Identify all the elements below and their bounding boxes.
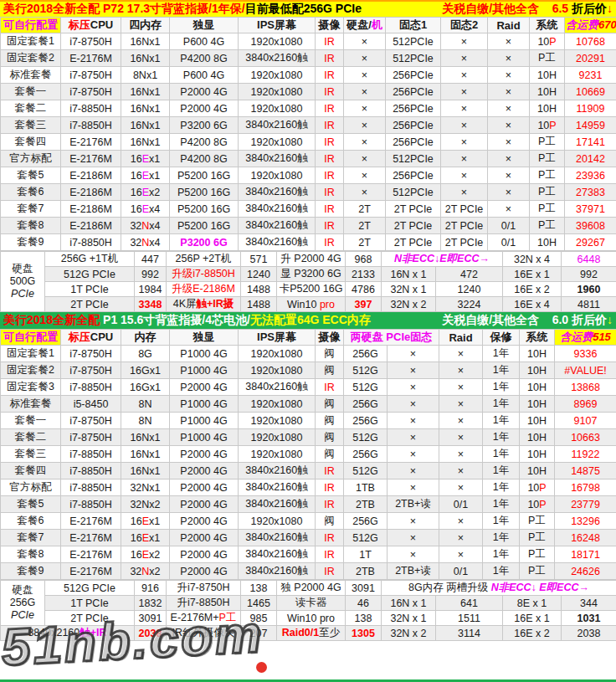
cell: 14959 [565,117,616,134]
cell: 阀 [316,513,344,530]
text-segment: 无法配置64G ECC内存 [250,313,371,326]
cell: × [439,446,483,463]
cell: 3840x2160触 [239,50,316,67]
header-cell: 系统 [530,18,565,33]
cell: 1T PCIe [45,596,135,611]
cell: 37971 [565,201,616,218]
text-segment: 16 [131,170,142,182]
text-segment: 10 [527,482,539,494]
cell: 32N x 2 [382,297,436,312]
cell: 显 P3200 6G [277,267,346,282]
cell: 官方标配 [1,479,61,496]
cell: 16E x 2 [503,626,562,641]
cell: IR [316,530,344,546]
text-segment: 至少 [319,627,340,638]
cell: 1年 [483,496,520,513]
cell: i7-8850H [61,463,121,479]
cell: IR [316,167,344,184]
cell: 3840x2160触 [239,151,316,167]
cell: Raid0/1至少 [277,626,346,641]
cell: IR [316,184,344,201]
cell: i7-8850H [61,379,121,396]
cell: 23936 [565,167,616,184]
cell: 1240 [436,282,503,297]
p1-title-bar: 美行2018全新全配 P1 15.6寸背蓝指摄/4芯电池/无法配置64G ECC… [0,312,616,329]
cell: P5200 16G [170,184,239,201]
cell: i7-8750H [61,346,121,362]
cell: E-2176M [61,151,121,167]
cell: × [388,479,439,496]
text-segment: x2 [149,549,160,561]
config-row: 官方标配E-2176M16Ex1P4200 8G3840x2160触IR×512… [1,151,616,167]
cell: 套餐5 [1,167,61,184]
cell: 套餐四 [1,463,61,479]
text-segment: x1 [149,170,160,182]
cell: 16E x 2 [503,282,562,297]
cell: 512PCIe [386,50,441,67]
text-segment: x1 [149,515,160,527]
header-cell: 固态1 [386,18,441,33]
cell: 标准套餐 [1,396,61,413]
config-row: 固定套餐2i7-8750H16Gx1P1000 4G1920x1080阀512G… [1,362,616,379]
cell: 512PCIe [386,151,441,167]
text-segment: 目前最低配256G PCIe [245,2,362,15]
cell: P5200 16G [170,167,239,184]
cell: 16Ex1 [121,530,170,546]
cell: 3091 [135,611,167,626]
cell: 256G [344,413,388,429]
config-row: 固定套餐1i7-8750H8GP1000 4G1920x1080阀256G××1… [1,346,616,362]
text-segment: 触+IR [80,627,106,638]
config-row: 套餐9E-2176M32Nx2P2000 4G3840x2160触IR2TB2T… [1,563,616,580]
cell: 512PCIe [386,184,441,201]
config-row: 固定套餐3i7-8850H16Gx1P2000 4G3840x2160触IR51… [1,379,616,396]
cell: 9231 [565,67,616,84]
cell: 阀 [316,429,344,446]
cell: 阀 [316,346,344,362]
text-segment: 美行2018全新全配 [3,313,100,326]
cell: 2TB+读 [388,563,439,580]
text-segment: PCIe [11,609,34,621]
cell: 8E x 1 [503,596,562,611]
cell: 20142 [565,151,616,167]
cell: E-2186M [61,167,121,184]
cell: 16Ex2 [121,546,170,563]
text-segment: 关税自缴/其他全含 [442,2,539,15]
cell: × [488,134,530,151]
text-segment: Win10 [287,299,320,310]
cell: × [488,67,530,84]
cell: 1年 [483,530,520,546]
cell: 256PCIe [386,100,441,117]
text-segment: E [142,515,149,527]
price-sheet: 美行2018全新全配 P72 17.3寸背蓝指摄/1年保/目前最低配256G P… [0,0,616,682]
cell: 10768 [565,33,616,50]
cell: 16Ex4 [121,201,170,218]
cell: 升级i7-8850H [167,267,241,282]
cell: IR [316,84,344,100]
cell: 2T PCIe [441,218,488,234]
header-row: 可自行配置标压CPU内存独显IPS屏幕摄像两硬盘 PCIe固态Raid保修系统含… [1,330,616,346]
cell: P工 [530,50,565,67]
cell: 512G [344,362,388,379]
config-row: 套餐7E-2186M16Ex4P5200 16G3840x2160触IR2T2T… [1,201,616,218]
cell: 256G [344,396,388,413]
cell: 0/1 [488,218,530,234]
cell: × [441,167,488,184]
cell: P600 4G [170,33,239,50]
cell: IR [316,463,344,479]
cell: × [388,546,439,563]
cell: 992 [562,267,616,282]
text-segment: 标压 [69,331,90,343]
cell: 10669 [565,84,616,100]
cell: E-2186M [61,201,121,218]
cell: 套餐二 [1,100,61,117]
cell: × [344,167,386,184]
cell: P工 [530,184,565,201]
cell: 10P [520,479,555,496]
cell: 1T PCIe [45,282,135,297]
cell: 397 [346,297,382,312]
cell: 992 [135,267,167,282]
cell: 985 [241,611,277,626]
cell: 固定套餐2 [1,50,61,67]
text-segment: 3840x2160 [28,627,80,638]
text-segment: P [539,482,546,494]
